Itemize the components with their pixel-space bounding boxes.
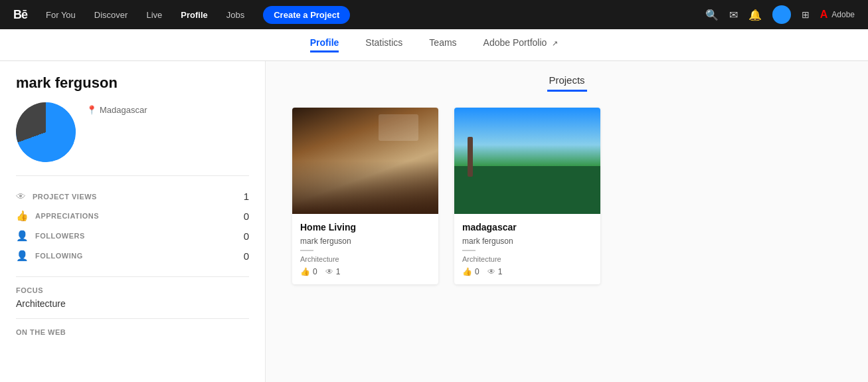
projects-grid: Home Living mark ferguson Architecture 👍… bbox=[292, 108, 841, 284]
content-area: Projects Home Living mark ferguson Archi… bbox=[266, 61, 868, 382]
grid-icon[interactable]: ⊞ bbox=[802, 9, 810, 20]
appreciation-count-home-living: 0 bbox=[313, 267, 317, 276]
eye-icon-madagascar: 👁 bbox=[487, 267, 495, 276]
appreciation-count-madagascar: 0 bbox=[475, 267, 479, 276]
eye-icon: 👁 bbox=[16, 191, 26, 202]
project-thumb-home-living bbox=[292, 108, 438, 214]
sub-navigation: Profile Statistics Teams Adobe Portfolio… bbox=[0, 29, 868, 61]
eye-icon-home-living: 👁 bbox=[325, 267, 333, 276]
tab-teams[interactable]: Teams bbox=[429, 37, 456, 52]
stats-section: 👁 PROJECT VIEWS 1 👍 APPRECIATIONS 0 👤 FO… bbox=[16, 175, 249, 266]
project-divider-home-living bbox=[300, 250, 313, 251]
web-section: ON THE WEB bbox=[16, 318, 249, 336]
avatar-section: 📍 Madagascar bbox=[16, 102, 249, 162]
project-author-madagascar: mark ferguson bbox=[462, 237, 592, 246]
following-icon: 👤 bbox=[16, 250, 29, 262]
focus-label: FOCUS bbox=[16, 286, 249, 294]
profile-avatar[interactable] bbox=[16, 102, 76, 162]
views-count-madagascar: 1 bbox=[498, 267, 503, 276]
create-project-button[interactable]: Create a Project bbox=[263, 6, 350, 24]
profile-name: mark ferguson bbox=[16, 74, 249, 92]
stat-label-views: PROJECT VIEWS bbox=[33, 193, 97, 201]
project-appreciations-home-living: 👍 0 bbox=[300, 267, 317, 276]
project-card-home-living[interactable]: Home Living mark ferguson Architecture 👍… bbox=[292, 108, 438, 284]
like-icon-madagascar: 👍 bbox=[462, 267, 472, 276]
sidebar: mark ferguson 📍 Madagascar 👁 PROJECT VIE… bbox=[0, 61, 266, 382]
thumbs-up-icon: 👍 bbox=[16, 210, 29, 222]
projects-underline bbox=[547, 90, 587, 92]
followers-icon: 👤 bbox=[16, 230, 29, 242]
adobe-logo-area: A Adobe bbox=[820, 9, 855, 21]
external-link-icon: ↗ bbox=[552, 39, 558, 47]
stat-value-appreciations: 0 bbox=[244, 211, 249, 222]
location-pin-icon: 📍 bbox=[86, 105, 97, 115]
nav-live[interactable]: Live bbox=[146, 10, 162, 20]
stat-appreciations: 👍 APPRECIATIONS 0 bbox=[16, 206, 249, 226]
top-navigation: Bē For You Discover Live Profile Jobs Cr… bbox=[0, 0, 868, 29]
stat-value-following: 0 bbox=[244, 250, 249, 262]
nav-profile[interactable]: Profile bbox=[181, 10, 207, 20]
location-text: Madagascar bbox=[100, 105, 147, 115]
nav-for-you[interactable]: For You bbox=[46, 10, 76, 20]
project-thumb-madagascar bbox=[454, 108, 600, 214]
project-views-madagascar: 👁 1 bbox=[487, 267, 503, 276]
adobe-label: Adobe bbox=[831, 10, 855, 19]
stat-label-followers: FOLLOWERS bbox=[35, 232, 85, 240]
stat-label-following: FOLLOWING bbox=[35, 252, 83, 260]
views-count-home-living: 1 bbox=[336, 267, 341, 276]
tab-adobe-portfolio[interactable]: Adobe Portfolio ↗ bbox=[483, 37, 559, 52]
project-info-home-living: Home Living mark ferguson Architecture 👍… bbox=[292, 214, 438, 284]
stat-value-followers: 0 bbox=[244, 231, 249, 242]
project-card-madagascar[interactable]: madagascar mark ferguson Architecture 👍 … bbox=[454, 108, 600, 284]
projects-heading: Projects bbox=[292, 74, 841, 86]
location: 📍 Madagascar bbox=[86, 105, 147, 115]
main-layout: mark ferguson 📍 Madagascar 👁 PROJECT VIE… bbox=[0, 61, 868, 382]
mail-icon[interactable]: ✉ bbox=[729, 9, 738, 21]
stat-left-followers: 👤 FOLLOWERS bbox=[16, 230, 85, 242]
project-author-home-living: mark ferguson bbox=[300, 237, 430, 246]
project-title-madagascar: madagascar bbox=[462, 222, 592, 233]
notification-icon[interactable]: 🔔 bbox=[748, 9, 762, 21]
user-avatar[interactable] bbox=[772, 5, 791, 24]
like-icon-home-living: 👍 bbox=[300, 267, 310, 276]
project-appreciations-madagascar: 👍 0 bbox=[462, 267, 479, 276]
project-info-madagascar: madagascar mark ferguson Architecture 👍 … bbox=[454, 214, 600, 284]
nav-right: 🔍 ✉ 🔔 ⊞ A Adobe bbox=[705, 5, 855, 24]
stat-left-views: 👁 PROJECT VIEWS bbox=[16, 191, 97, 202]
project-category-madagascar: Architecture bbox=[462, 255, 592, 263]
stat-value-views: 1 bbox=[244, 191, 249, 202]
tab-statistics[interactable]: Statistics bbox=[365, 37, 402, 52]
stat-left-appreciations: 👍 APPRECIATIONS bbox=[16, 210, 99, 222]
behance-logo[interactable]: Bē bbox=[13, 8, 27, 22]
thumb-madagascar-image bbox=[454, 108, 600, 214]
nav-jobs[interactable]: Jobs bbox=[226, 10, 244, 20]
focus-value: Architecture bbox=[16, 298, 249, 309]
project-divider-madagascar bbox=[462, 250, 476, 251]
stat-project-views: 👁 PROJECT VIEWS 1 bbox=[16, 187, 249, 206]
tab-profile[interactable]: Profile bbox=[310, 37, 339, 52]
nav-discover[interactable]: Discover bbox=[94, 10, 128, 20]
project-metrics-home-living: 👍 0 👁 1 bbox=[300, 267, 430, 276]
project-metrics-madagascar: 👍 0 👁 1 bbox=[462, 267, 592, 276]
adobe-icon: A bbox=[820, 9, 828, 21]
location-area: 📍 Madagascar bbox=[86, 102, 147, 115]
project-category-home-living: Architecture bbox=[300, 255, 430, 263]
thumb-living-image bbox=[292, 108, 438, 214]
nav-left: Bē For You Discover Live Profile Jobs Cr… bbox=[13, 6, 350, 24]
stat-following: 👤 FOLLOWING 0 bbox=[16, 246, 249, 266]
on-the-web-label: ON THE WEB bbox=[16, 328, 249, 336]
project-title-home-living: Home Living bbox=[300, 222, 430, 233]
stat-followers: 👤 FOLLOWERS 0 bbox=[16, 226, 249, 246]
focus-section: FOCUS Architecture bbox=[16, 276, 249, 309]
stat-label-appreciations: APPRECIATIONS bbox=[35, 212, 99, 220]
stat-left-following: 👤 FOLLOWING bbox=[16, 250, 83, 262]
project-views-home-living: 👁 1 bbox=[325, 267, 341, 276]
search-icon[interactable]: 🔍 bbox=[705, 9, 719, 21]
